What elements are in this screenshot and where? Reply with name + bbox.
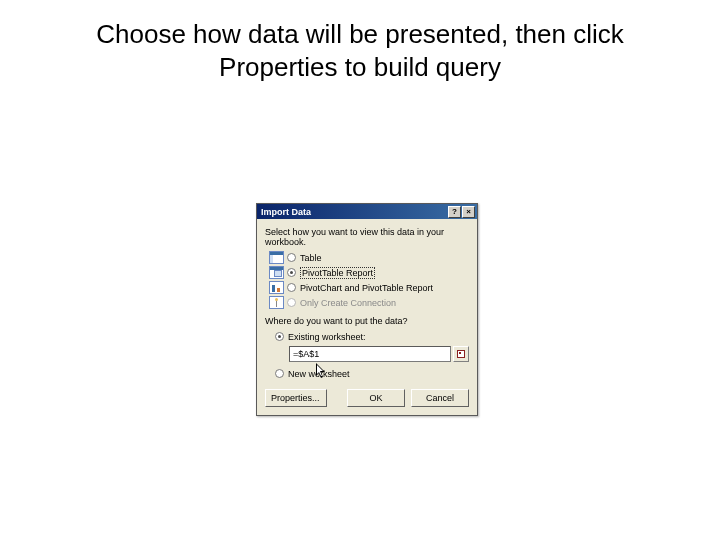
dialog-title: Import Data: [261, 207, 311, 217]
slide-title: Choose how data will be presented, then …: [0, 0, 720, 83]
option-new-worksheet[interactable]: New worksheet: [275, 366, 469, 381]
view-section-label: Select how you want to view this data in…: [265, 227, 469, 247]
radio-existing[interactable]: [275, 332, 284, 341]
dialog-titlebar[interactable]: Import Data ? ×: [257, 204, 477, 219]
radio-pivotchart[interactable]: [287, 283, 296, 292]
option-connection-label: Only Create Connection: [300, 298, 396, 308]
option-pivotchart-label: PivotChart and PivotTable Report: [300, 283, 433, 293]
new-worksheet-label: New worksheet: [288, 369, 350, 379]
radio-new[interactable]: [275, 369, 284, 378]
option-pivottable[interactable]: PivotTable Report: [269, 265, 469, 280]
range-selector-button[interactable]: [453, 346, 469, 362]
existing-worksheet-label: Existing worksheet:: [288, 332, 366, 342]
radio-connection: [287, 298, 296, 307]
table-icon: [269, 251, 284, 264]
option-table-label: Table: [300, 253, 322, 263]
close-button[interactable]: ×: [462, 206, 475, 218]
ok-button[interactable]: OK: [347, 389, 405, 407]
option-existing-worksheet[interactable]: Existing worksheet:: [275, 329, 469, 344]
option-table[interactable]: Table: [269, 250, 469, 265]
option-connection-only: Only Create Connection: [269, 295, 469, 310]
location-section-label: Where do you want to put the data?: [265, 316, 469, 326]
pivotchart-icon: [269, 281, 284, 294]
import-data-dialog: Import Data ? × Select how you want to v…: [256, 203, 478, 416]
cell-reference-input[interactable]: =$A$1: [289, 346, 451, 362]
option-pivotchart[interactable]: PivotChart and PivotTable Report: [269, 280, 469, 295]
properties-button[interactable]: Properties...: [265, 389, 327, 407]
cancel-button[interactable]: Cancel: [411, 389, 469, 407]
pivottable-icon: [269, 266, 284, 279]
radio-table[interactable]: [287, 253, 296, 262]
radio-pivottable[interactable]: [287, 268, 296, 277]
option-pivottable-label: PivotTable Report: [300, 267, 375, 279]
connection-icon: [269, 296, 284, 309]
help-button[interactable]: ?: [448, 206, 461, 218]
